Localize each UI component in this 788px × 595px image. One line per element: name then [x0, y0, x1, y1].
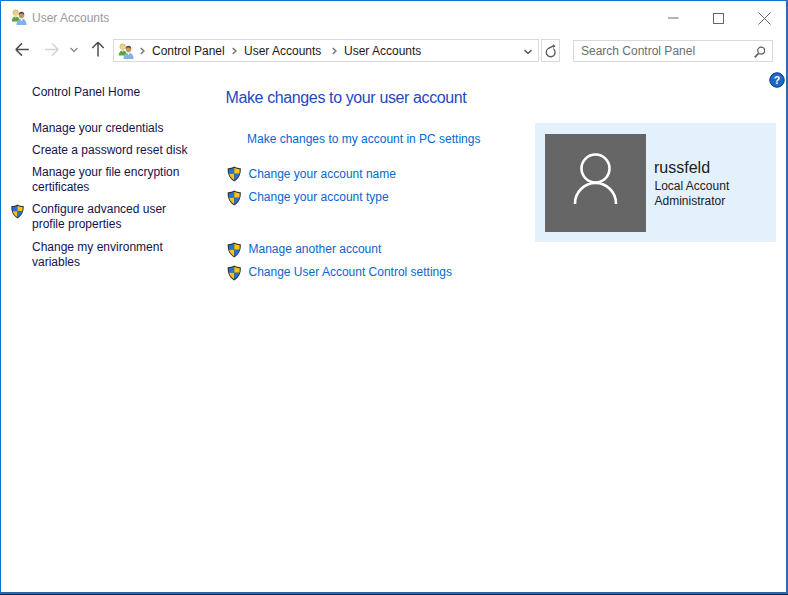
- svg-text:?: ?: [774, 74, 780, 86]
